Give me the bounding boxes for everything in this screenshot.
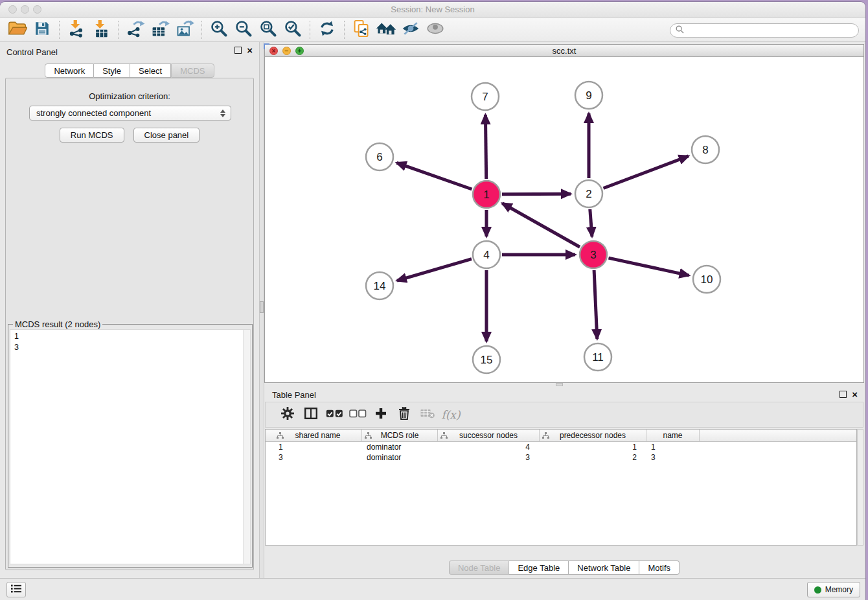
main-toolbar: [0, 18, 865, 42]
node-8[interactable]: 8: [692, 136, 719, 163]
float-table-panel-icon[interactable]: [839, 391, 847, 398]
deselect-all-button[interactable]: [346, 405, 369, 424]
table-cell[interactable]: 3: [438, 452, 540, 463]
tab-network-table[interactable]: Network Table: [569, 560, 639, 575]
show-network-button[interactable]: [423, 19, 448, 40]
node-3[interactable]: 3: [580, 241, 607, 268]
export-network-button[interactable]: [123, 19, 148, 40]
zoom-fit-button[interactable]: [256, 19, 280, 40]
node-9[interactable]: 9: [575, 82, 602, 109]
split-table-view-button[interactable]: [299, 405, 323, 424]
table-scrollbar[interactable]: [857, 429, 863, 546]
node-2[interactable]: 2: [575, 180, 602, 207]
node-14[interactable]: 14: [366, 272, 393, 299]
zoom-out-button[interactable]: [231, 19, 256, 40]
node-10[interactable]: 10: [693, 266, 720, 293]
tab-style[interactable]: Style: [94, 63, 130, 78]
import-table-button[interactable]: [89, 19, 113, 40]
table-row[interactable]: 1dominator411: [266, 442, 856, 452]
zoom-in-icon: [210, 19, 228, 40]
search-box[interactable]: [670, 23, 859, 38]
tab-motifs[interactable]: Motifs: [639, 560, 680, 575]
add-row-button[interactable]: [369, 405, 393, 424]
network-window-titlebar[interactable]: scc.txt: [265, 45, 863, 57]
delete-table-button[interactable]: [416, 405, 439, 424]
table-cell[interactable]: dominator: [362, 442, 438, 452]
open-session-button[interactable]: [5, 19, 30, 40]
column-settings-button[interactable]: [276, 405, 299, 424]
node-table[interactable]: shared nameMCDS rolesuccessor nodesprede…: [265, 429, 857, 546]
edge-2-8[interactable]: [604, 156, 689, 189]
table-cell[interactable]: 1: [274, 442, 362, 452]
close-panel-button[interactable]: Close panel: [133, 128, 200, 143]
tab-node-table[interactable]: Node Table: [449, 560, 510, 575]
optimization-criterion-select[interactable]: strongly connected component: [29, 106, 231, 121]
mcds-result-line[interactable]: 3: [14, 342, 250, 353]
table-cell[interactable]: 3: [646, 452, 700, 463]
edge-3-1[interactable]: [502, 203, 580, 248]
edge-3-11[interactable]: [594, 270, 597, 339]
node-4[interactable]: 4: [473, 241, 500, 268]
float-panel-icon[interactable]: [234, 47, 242, 54]
column-header-name[interactable]: name: [646, 430, 700, 441]
node-6[interactable]: 6: [366, 143, 393, 170]
node-1[interactable]: 1: [473, 181, 500, 208]
splitter-grip[interactable]: [260, 301, 264, 313]
import-network-button[interactable]: [64, 19, 89, 40]
window-title: Session: New Session: [0, 5, 865, 14]
edge-1-6[interactable]: [396, 163, 472, 189]
tab-mcds[interactable]: MCDS: [171, 63, 214, 78]
column-header-predecessor-nodes[interactable]: predecessor nodes: [540, 430, 646, 441]
zoom-selected-button[interactable]: [280, 19, 305, 40]
hide-network-button[interactable]: [398, 19, 423, 40]
tab-select[interactable]: Select: [130, 63, 171, 78]
close-panel-icon[interactable]: [247, 47, 253, 54]
edge-1-7[interactable]: [485, 115, 486, 179]
save-session-button[interactable]: [30, 19, 54, 40]
network-graph[interactable]: 1234678910111415: [265, 58, 863, 384]
close-table-panel-icon[interactable]: [852, 391, 858, 398]
mcds-result-list[interactable]: 13: [10, 330, 250, 353]
unchecked-boxes-icon: [349, 409, 367, 421]
mcds-result-line[interactable]: 1: [14, 331, 250, 342]
function-builder-button[interactable]: f(x): [439, 405, 463, 424]
search-input[interactable]: [687, 25, 858, 36]
node-7[interactable]: 7: [472, 83, 499, 110]
table-cell[interactable]: 1: [646, 442, 700, 452]
memory-button[interactable]: Memory: [807, 582, 860, 597]
select-stepper-icon: [219, 110, 227, 117]
run-mcds-button[interactable]: Run MCDS: [60, 128, 124, 143]
zoom-in-button[interactable]: [207, 19, 231, 40]
mcds-result-title: MCDS result (2 nodes): [13, 319, 102, 329]
node-11[interactable]: 11: [584, 343, 611, 371]
export-table-button[interactable]: [148, 19, 172, 40]
edge-4-14[interactable]: [397, 259, 472, 281]
column-header-MCDS-role[interactable]: MCDS role: [362, 430, 438, 441]
status-bar: Memory: [0, 578, 865, 600]
network-canvas[interactable]: 1234678910111415: [265, 58, 863, 382]
table-cell[interactable]: 3: [274, 452, 362, 463]
table-cell[interactable]: dominator: [362, 452, 438, 463]
table-cell[interactable]: 2: [540, 452, 646, 463]
home-view-button[interactable]: [374, 19, 398, 40]
node-15[interactable]: 15: [473, 346, 500, 373]
task-history-button[interactable]: [6, 582, 26, 597]
select-all-button[interactable]: [323, 405, 346, 424]
refresh-layout-button[interactable]: [315, 19, 339, 40]
edge-1-2[interactable]: [502, 194, 571, 194]
column-header-shared-name[interactable]: shared name: [274, 430, 362, 441]
result-scrollbar[interactable]: [243, 330, 250, 564]
duplicate-network-button[interactable]: [349, 19, 374, 40]
node-label: 6: [376, 151, 382, 163]
panel-splitter[interactable]: [259, 42, 264, 578]
edge-2-3[interactable]: [590, 209, 592, 237]
column-header-successor-nodes[interactable]: successor nodes: [438, 430, 540, 441]
table-row[interactable]: 3dominator323: [266, 452, 856, 463]
tab-network[interactable]: Network: [45, 63, 94, 78]
export-image-button[interactable]: [172, 19, 197, 40]
tab-edge-table[interactable]: Edge Table: [509, 560, 569, 575]
table-cell[interactable]: 4: [438, 442, 540, 452]
edge-3-10[interactable]: [609, 258, 689, 275]
table-cell[interactable]: 1: [540, 442, 646, 452]
delete-row-button[interactable]: [393, 405, 416, 424]
